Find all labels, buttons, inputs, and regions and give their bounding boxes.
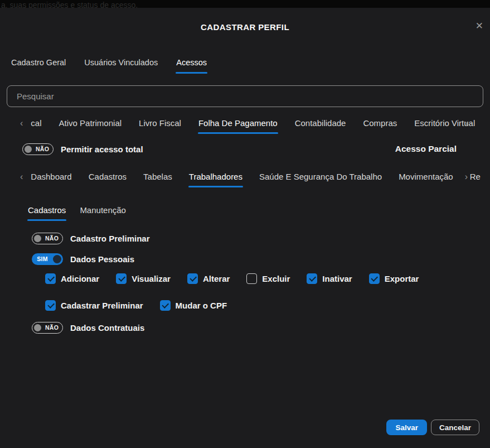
permission-checkbox[interactable]: Exportar: [369, 273, 419, 284]
checkbox-label: Visualizar: [132, 274, 171, 283]
search-input[interactable]: [7, 85, 483, 107]
dados-pessoais-row: SIM Dados Pessoais: [32, 253, 134, 265]
section-tab[interactable]: Cadastros: [89, 171, 127, 187]
cancel-button[interactable]: Cancelar: [431, 420, 479, 435]
close-icon: ✕: [476, 21, 483, 31]
permission-checkbox[interactable]: Adicionar: [45, 273, 99, 284]
section-tab[interactable]: Tabelas: [143, 171, 172, 187]
permission-checkbox[interactable]: Excluir: [246, 273, 290, 284]
permission-checkbox[interactable]: Alterar: [187, 273, 230, 284]
dados-pessoais-label: Dados Pessoais: [70, 254, 134, 264]
section-tab[interactable]: Saúde E Segurança Do Trabalho: [259, 171, 382, 187]
permission-checkbox[interactable]: Inativar: [307, 273, 352, 284]
checkbox-icon: [45, 273, 56, 284]
main-tab[interactable]: Acessos: [176, 57, 207, 74]
sub-tabs: Cadastros Manutenção: [28, 205, 126, 221]
toggle-state-label: NÃO: [32, 146, 53, 152]
toggle-state-label: NÃO: [41, 324, 62, 331]
chevron-right-icon[interactable]: ›: [465, 171, 468, 182]
modal-footer: Salvar Cancelar: [386, 420, 479, 435]
sub-tab[interactable]: Manutenção: [80, 205, 126, 221]
save-button[interactable]: Salvar: [386, 420, 427, 435]
background-page-text: a, suas permissões e status de acesso.: [1, 1, 138, 8]
chevron-left-icon[interactable]: ‹: [20, 171, 23, 182]
checkbox-icon: [45, 300, 56, 311]
main-tab[interactable]: Cadastro Geral: [11, 57, 66, 74]
section-tabs-scroller: ‹ Dashboard Cadastros Tabelas Trabalhado…: [0, 171, 490, 187]
checkbox-label: Excluir: [262, 274, 290, 283]
module-tab[interactable]: cal: [31, 118, 41, 134]
main-tabs: Cadastro Geral Usuários Vinculados Acess…: [11, 57, 207, 74]
allow-total-access-toggle[interactable]: NÃO: [22, 143, 54, 155]
partial-access-label: Acesso Parcial: [395, 144, 457, 154]
checkbox-icon: [187, 273, 198, 284]
checkbox-label: Alterar: [203, 274, 230, 283]
checkbox-label: Exportar: [385, 274, 419, 283]
allow-total-access-row: NÃO Permitir acesso total Acesso Parcial: [0, 142, 490, 156]
checkbox-label: Inativar: [322, 274, 352, 283]
modal-title: CADASTRAR PERFIL: [0, 22, 490, 32]
chevron-right-icon[interactable]: ›: [465, 118, 468, 129]
module-tab[interactable]: Contabilidade: [295, 118, 346, 134]
main-tab[interactable]: Usuários Vinculados: [84, 57, 158, 74]
section-tab[interactable]: Dashboard: [31, 171, 71, 187]
checkbox-icon: [116, 273, 127, 284]
allow-total-access-label: Permitir acesso total: [61, 144, 143, 154]
permission-checkbox[interactable]: Cadastrar Preliminar: [45, 300, 143, 311]
toggle-knob: [53, 255, 61, 263]
dados-contratuais-row: NÃO Dados Contratuais: [32, 321, 144, 334]
cadastrar-perfil-modal: CADASTRAR PERFIL ✕ Cadastro Geral Usuári…: [0, 8, 490, 448]
checkbox-label: Mudar o CPF: [176, 301, 227, 310]
module-tab[interactable]: Compras: [363, 118, 397, 134]
section-tab[interactable]: Re: [470, 171, 481, 187]
permission-checkbox-row-1: Adicionar Visualizar Alterar Excluir Ina…: [45, 273, 419, 284]
sub-tab[interactable]: Cadastros: [28, 205, 66, 221]
checkbox-label: Cadastrar Preliminar: [61, 301, 143, 310]
toggle-knob: [25, 146, 32, 153]
toggle-knob: [34, 324, 41, 331]
chevron-left-icon[interactable]: ‹: [20, 118, 23, 129]
section-tab[interactable]: Movimentação: [399, 171, 453, 187]
module-tab[interactable]: Livro Fiscal: [139, 118, 181, 134]
checkbox-icon: [307, 273, 317, 284]
checkbox-icon: [246, 273, 257, 284]
toggle-knob: [34, 235, 41, 242]
module-tabs-scroller: ‹ cal Ativo Patrimonial Livro Fiscal Fol…: [0, 118, 490, 134]
module-tab[interactable]: Folha De Pagamento: [198, 118, 278, 134]
cadastro-preliminar-label: Cadastro Preliminar: [70, 234, 150, 243]
section-tab[interactable]: Trabalhadores: [189, 171, 242, 187]
checkbox-icon: [369, 273, 380, 284]
module-tab[interactable]: Ativo Patrimonial: [59, 118, 122, 134]
cadastro-preliminar-row: NÃO Cadastro Preliminar: [32, 232, 150, 244]
section-tabs: Dashboard Cadastros Tabelas Trabalhadore…: [31, 171, 481, 187]
toggle-state-label: SIM: [32, 256, 53, 262]
background-page-strip: a, suas permissões e status de acesso.: [0, 0, 490, 8]
checkbox-icon: [160, 300, 171, 311]
cadastro-preliminar-toggle[interactable]: NÃO: [32, 233, 63, 244]
toggle-state-label: NÃO: [41, 235, 62, 242]
close-button[interactable]: ✕: [476, 21, 483, 31]
permission-checkbox[interactable]: Mudar o CPF: [160, 300, 227, 311]
dados-contratuais-label: Dados Contratuais: [70, 323, 144, 333]
permission-checkbox-row-2: Cadastrar Preliminar Mudar o CPF: [45, 300, 227, 311]
permission-checkbox[interactable]: Visualizar: [116, 273, 171, 284]
dados-pessoais-toggle[interactable]: SIM: [32, 253, 63, 265]
checkbox-label: Adicionar: [61, 274, 99, 283]
dados-contratuais-toggle[interactable]: NÃO: [32, 322, 63, 334]
module-tabs: cal Ativo Patrimonial Livro Fiscal Folha…: [31, 118, 475, 134]
